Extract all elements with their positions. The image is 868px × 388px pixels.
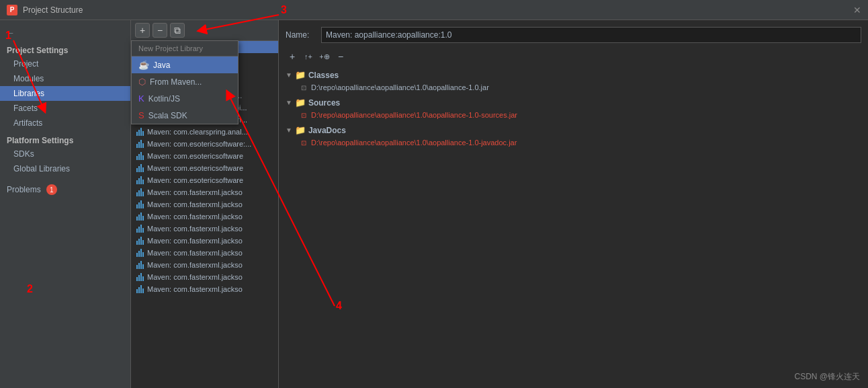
specify-button[interactable]: ↑+ [302, 50, 315, 63]
library-bar-icon [136, 261, 144, 269]
problems-badge: 1 [46, 184, 57, 195]
library-item-label: Maven: com.fasterxml.jackso [147, 188, 243, 196]
detail-content: ▼ 📁 Classes ⊡ D:\repo\aopalliance\aopall… [286, 69, 861, 381]
tree-section-header[interactable]: ▼ 📁 Classes [286, 69, 861, 81]
app-icon: P [7, 5, 17, 15]
folder-icon: 📁 [295, 125, 306, 135]
library-list-item[interactable]: Maven: com.fasterxml.jackso [131, 186, 278, 198]
name-label: Name: [286, 30, 316, 40]
library-bar-icon [136, 188, 144, 196]
tree-item[interactable]: ⊡ D:\repo\aopalliance\aopalliance\1.0\ao… [286, 81, 861, 93]
add-url-button[interactable]: +⊕ [318, 50, 331, 63]
library-item-label: Maven: com.fasterxml.jackso [147, 212, 243, 221]
add-library-button[interactable]: + [135, 23, 150, 38]
jar-icon: ⊡ [299, 83, 308, 92]
library-bar-icon [136, 212, 144, 221]
tree-item-text: D:\repo\aopalliance\aopalliance\1.0\aopa… [311, 111, 517, 119]
main-container: ← Project Settings Project Modules Libra… [0, 20, 868, 388]
scala-icon: S [138, 110, 144, 120]
library-item-label: Maven: com.fasterxml.jackso [147, 285, 243, 293]
new-library-dropdown: New Project Library ☕ Java ⬡ From Maven.… [131, 40, 238, 124]
library-item-label: Maven: com.fasterxml.jackso [147, 249, 243, 257]
library-list-item[interactable]: Maven: com.fasterxml.jackso [131, 259, 278, 271]
library-list-item[interactable]: Maven: com.esotericsoftware:... [131, 138, 278, 150]
problems-label: Problems [7, 185, 41, 194]
back-button[interactable]: ← [0, 26, 130, 40]
title-bar: P Project Structure ✕ [0, 0, 868, 20]
watermark: CSDN @锋火连天 [794, 371, 860, 383]
kotlin-icon: K [138, 93, 144, 104]
tree-item[interactable]: ⊡ D:\repo\aopalliance\aopalliance\1.0\ao… [286, 109, 861, 121]
library-list-item[interactable]: Maven: com.fasterxml.jackso [131, 235, 278, 247]
library-item-label: Maven: com.fasterxml.jackso [147, 237, 243, 245]
sidebar-item-modules[interactable]: Modules [0, 71, 130, 86]
dropdown-item-java[interactable]: ☕ Java [132, 56, 238, 73]
tree-arrow-icon: ▼ [286, 99, 292, 106]
problems-row[interactable]: Problems 1 [0, 182, 130, 198]
library-item-label: Maven: com.esotericsoftware:... [147, 140, 251, 148]
tree-section: ▼ 📁 Sources ⊡ D:\repo\aopalliance\aopall… [286, 96, 861, 121]
platform-settings-heading: Platform Settings [0, 130, 130, 147]
detail-toolbar: + ↑+ +⊕ − [286, 50, 861, 63]
library-list-item[interactable]: Maven: com.fasterxml.jackso [131, 210, 278, 223]
sidebar-item-project[interactable]: Project [0, 56, 130, 71]
tree-item[interactable]: ⊡ D:\repo\aopalliance\aopalliance\1.0\ao… [286, 137, 861, 149]
library-bar-icon [136, 164, 144, 172]
library-item-label: Maven: com.esotericsoftware [147, 176, 243, 184]
sidebar-item-artifacts[interactable]: Artifacts [0, 116, 130, 130]
add-path-button[interactable]: + [286, 50, 299, 63]
library-list-item[interactable]: Maven: com.esotericsoftware [131, 150, 278, 162]
library-list-item[interactable]: Maven: com.fasterxml.jackso [131, 198, 278, 210]
sidebar-item-global-libraries[interactable]: Global Libraries [0, 161, 130, 176]
maven-icon: ⬡ [138, 77, 146, 87]
library-toolbar: + − ⧉ New Project Library ☕ Java ⬡ From … [131, 20, 278, 41]
library-item-label: Maven: com.esotericsoftware [147, 152, 243, 160]
library-bar-icon [136, 237, 144, 245]
sidebar-item-facets[interactable]: Facets [0, 101, 130, 116]
library-bar-icon [136, 285, 144, 293]
library-list-item[interactable]: Maven: com.clearspring.anal... [131, 126, 278, 138]
close-button[interactable]: ✕ [853, 5, 861, 15]
library-list-item[interactable]: Maven: com.fasterxml.jackso [131, 247, 278, 259]
detail-panel: Name: + ↑+ +⊕ − ▼ 📁 Classes ⊡ D:\repo\ao… [279, 20, 868, 388]
library-bar-icon [136, 128, 144, 136]
tree-section-label: Classes [308, 71, 339, 80]
jar-icon: ⊡ [299, 110, 308, 120]
tree-section: ▼ 📁 Classes ⊡ D:\repo\aopalliance\aopall… [286, 69, 861, 93]
tree-section-label: JavaDocs [308, 126, 346, 135]
tree-section: ▼ 📁 JavaDocs ⊡ D:\repo\aopalliance\aopal… [286, 124, 861, 149]
library-item-label: Maven: com.clearspring.anal... [147, 128, 248, 136]
sidebar: ← Project Settings Project Modules Libra… [0, 20, 131, 388]
library-list-item[interactable]: Maven: com.fasterxml.jackso [131, 283, 278, 295]
remove-path-button[interactable]: − [334, 50, 347, 63]
remove-library-button[interactable]: − [153, 23, 167, 38]
name-input[interactable] [321, 27, 861, 43]
dropdown-item-maven[interactable]: ⬡ From Maven... [132, 73, 238, 90]
library-bar-icon [136, 200, 144, 208]
library-bar-icon [136, 249, 144, 257]
sidebar-item-sdks[interactable]: SDKs [0, 147, 130, 161]
library-item-label: Maven: com.fasterxml.jackso [147, 225, 243, 233]
tree-item-text: D:\repo\aopalliance\aopalliance\1.0\aopa… [311, 139, 517, 147]
library-list-item[interactable]: Maven: com.fasterxml.jackso [131, 271, 278, 283]
library-bar-icon [136, 273, 144, 281]
jar-icon: ⊡ [299, 138, 308, 147]
sidebar-item-libraries[interactable]: Libraries [0, 86, 130, 101]
library-bar-icon [136, 140, 144, 148]
tree-section-header[interactable]: ▼ 📁 JavaDocs [286, 124, 861, 137]
library-list-item[interactable]: Maven: com.esotericsoftware [131, 162, 278, 174]
dropdown-item-scala[interactable]: S Scala SDK [132, 107, 238, 124]
dropdown-header: New Project Library [132, 41, 238, 56]
library-list-item[interactable]: Maven: com.fasterxml.jackso [131, 223, 278, 235]
tree-section-header[interactable]: ▼ 📁 Sources [286, 96, 861, 109]
library-item-label: Maven: com.fasterxml.jackso [147, 261, 243, 269]
copy-library-button[interactable]: ⧉ [170, 23, 185, 38]
dropdown-item-kotlin[interactable]: K Kotlin/JS [132, 90, 238, 107]
folder-icon: 📁 [295, 98, 306, 108]
library-item-label: Maven: com.fasterxml.jackso [147, 200, 243, 208]
folder-icon: 📁 [295, 70, 306, 80]
library-bar-icon [136, 225, 144, 233]
tree-arrow-icon: ▼ [286, 71, 292, 79]
library-list-item[interactable]: Maven: com.esotericsoftware [131, 174, 278, 186]
library-item-label: Maven: com.esotericsoftware [147, 164, 243, 172]
